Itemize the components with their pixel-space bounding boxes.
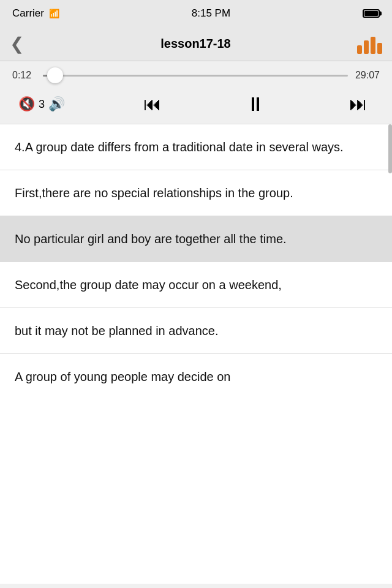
bar-3 — [371, 37, 375, 54]
volume-speaker-icon[interactable]: 🔊 — [48, 96, 65, 112]
sentence-block[interactable]: No particular girl and boy are together … — [0, 216, 392, 262]
content-area: 4.A group date differs from a traditiona… — [0, 124, 392, 584]
sentence-block[interactable]: Second,the group date may occur on a wee… — [0, 262, 392, 308]
prev-button[interactable]: ⏮ — [137, 91, 168, 118]
sentence-block[interactable]: 4.A group date differs from a traditiona… — [0, 124, 392, 170]
volume-section: 🔇 3 🔊 — [18, 96, 65, 112]
status-bar: Carrier 📶 8:15 PM — [0, 0, 392, 27]
progress-row: 0:12 29:07 — [12, 70, 380, 81]
carrier-label: Carrier — [12, 7, 44, 20]
back-button[interactable]: ❮ — [10, 34, 34, 54]
battery-icon — [363, 9, 380, 18]
status-left: Carrier 📶 — [12, 7, 59, 20]
scroll-indicator — [388, 124, 392, 173]
player-area: 0:12 29:07 🔇 3 🔊 ⏮ ⏸ ⏭ — [0, 61, 392, 124]
wifi-icon: 📶 — [49, 9, 59, 18]
controls-row: 🔇 3 🔊 ⏮ ⏸ ⏭ — [12, 91, 380, 118]
nav-bar: ❮ lesson17-18 — [0, 27, 392, 61]
bar-2 — [364, 40, 369, 54]
nav-title: lesson17-18 — [160, 37, 231, 51]
current-time: 0:12 — [12, 70, 36, 81]
sentence-block[interactable]: A group of young people may decide on — [0, 354, 392, 399]
progress-thumb[interactable] — [47, 67, 63, 83]
next-button[interactable]: ⏭ — [343, 91, 374, 118]
sentence-block[interactable]: First,there are no special relationships… — [0, 170, 392, 216]
status-time: 8:15 PM — [192, 7, 230, 20]
total-time: 29:07 — [355, 70, 380, 81]
pause-button[interactable]: ⏸ — [240, 91, 271, 118]
chart-icon[interactable] — [357, 34, 382, 54]
volume-number: 3 — [39, 98, 45, 111]
bar-4 — [377, 43, 382, 54]
volume-mute-icon[interactable]: 🔇 — [18, 96, 35, 112]
bar-1 — [357, 45, 362, 54]
status-right — [363, 9, 380, 18]
sentence-block[interactable]: but it may not be planned in advance. — [0, 308, 392, 354]
progress-track[interactable] — [43, 75, 348, 77]
